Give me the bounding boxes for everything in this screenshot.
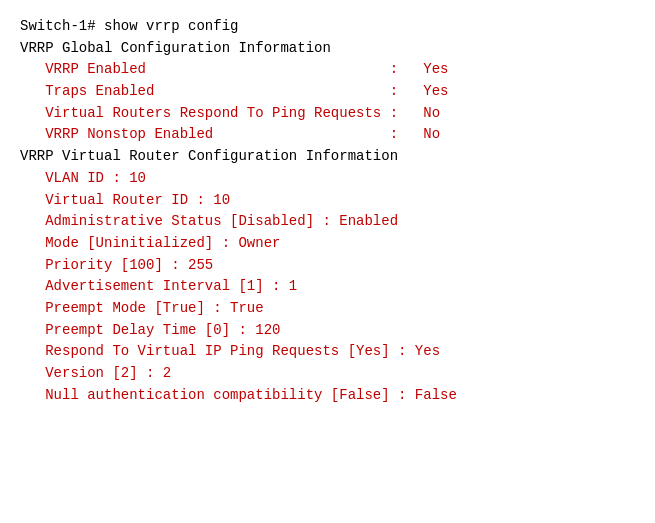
terminal-line-virtual-header: VRRP Virtual Router Configuration Inform… bbox=[20, 146, 635, 168]
terminal-line-ping-requests: Virtual Routers Respond To Ping Requests… bbox=[20, 103, 635, 125]
terminal-line-admin-status: Administrative Status [Disabled] : Enabl… bbox=[20, 211, 635, 233]
terminal-line-priority: Priority [100] : 255 bbox=[20, 255, 635, 277]
terminal-line-cmd: Switch-1# show vrrp config bbox=[20, 16, 635, 38]
terminal-line-respond-ping: Respond To Virtual IP Ping Requests [Yes… bbox=[20, 341, 635, 363]
terminal-line-traps-enabled: Traps Enabled : Yes bbox=[20, 81, 635, 103]
terminal-line-global-header: VRRP Global Configuration Information bbox=[20, 38, 635, 60]
terminal-line-null-auth: Null authentication compatibility [False… bbox=[20, 385, 635, 407]
terminal-line-nonstop: VRRP Nonstop Enabled : No bbox=[20, 124, 635, 146]
terminal-output: Switch-1# show vrrp configVRRP Global Co… bbox=[0, 0, 655, 523]
terminal-line-vlan-id: VLAN ID : 10 bbox=[20, 168, 635, 190]
terminal-line-router-id: Virtual Router ID : 10 bbox=[20, 190, 635, 212]
terminal-line-version: Version [2] : 2 bbox=[20, 363, 635, 385]
terminal-line-mode: Mode [Uninitialized] : Owner bbox=[20, 233, 635, 255]
terminal-line-vrrp-enabled: VRRP Enabled : Yes bbox=[20, 59, 635, 81]
terminal-line-preempt-delay: Preempt Delay Time [0] : 120 bbox=[20, 320, 635, 342]
terminal-line-adv-interval: Advertisement Interval [1] : 1 bbox=[20, 276, 635, 298]
terminal-line-preempt-mode: Preempt Mode [True] : True bbox=[20, 298, 635, 320]
